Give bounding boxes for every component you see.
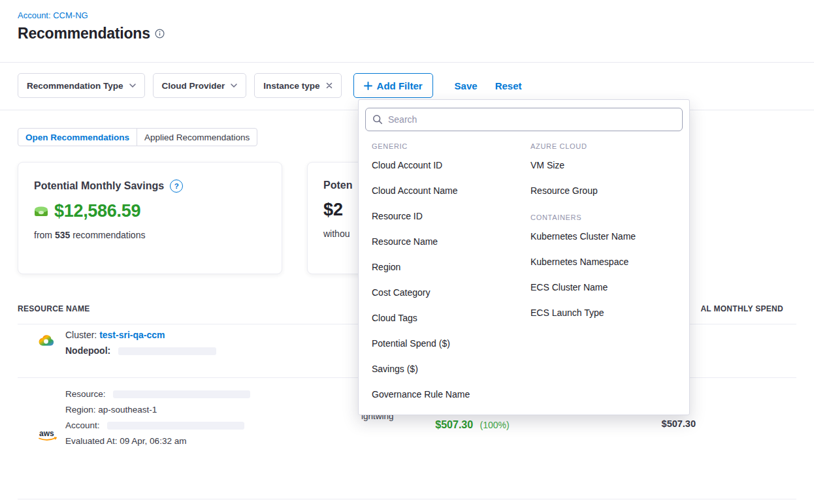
menu-item-cloud-account-name[interactable]: Cloud Account Name (372, 178, 517, 204)
reset-button[interactable]: Reset (495, 80, 522, 91)
gcp-icon (37, 333, 55, 350)
chevron-down-icon (129, 84, 136, 87)
menu-item-kubernetes-namespace[interactable]: Kubernetes Namespace (530, 249, 676, 275)
page-title: Recommendations (18, 25, 150, 42)
menu-item-cloud-account-id[interactable]: Cloud Account ID (372, 153, 517, 178)
add-filter-label: Add Filter (377, 80, 423, 91)
menu-item-ecs-launch-type[interactable]: ECS Launch Type (530, 300, 676, 326)
recommendations-tabs: Open Recommendations Applied Recommendat… (18, 128, 257, 146)
row2-resource-cell: Resource: Region: ap-southeast-1 Account… (65, 386, 250, 449)
filter-search (365, 108, 683, 131)
filter-menu-columns: GENERIC Cloud Account ID Cloud Account N… (359, 131, 689, 413)
menu-item-resource-id[interactable]: Resource ID (372, 204, 517, 229)
redacted-value (118, 347, 216, 355)
region-value: ap-southeast-1 (98, 405, 157, 415)
tab-applied-recommendations[interactable]: Applied Recommendations (137, 128, 257, 146)
filter-menu-column-generic: GENERIC Cloud Account ID Cloud Account N… (365, 133, 524, 407)
savings-count: 535 (55, 230, 70, 240)
cluster-link[interactable]: test-sri-qa-ccm (99, 330, 165, 340)
menu-item-cost-category[interactable]: Cost Category (372, 280, 517, 306)
savings-from-text: from (34, 230, 52, 240)
page-title-row: Recommendations (18, 25, 165, 42)
menu-item-potential-spend[interactable]: Potential Spend ($) (372, 331, 517, 356)
row2-savings-percent: (100%) (480, 420, 510, 430)
add-filter-button[interactable]: Add Filter (353, 73, 433, 98)
savings-card-title: Potential Monthly Savings (34, 180, 164, 192)
menu-item-ecs-cluster-name[interactable]: ECS Cluster Name (530, 275, 676, 300)
aws-icon: aws (37, 428, 58, 444)
row2-monthly-spend: $507.30 (634, 418, 696, 429)
recommendation-type-filter[interactable]: Recommendation Type (18, 73, 145, 98)
evaluated-at-value: 09 Apr, 06:32 am (120, 436, 186, 446)
menu-item-resource-name[interactable]: Resource Name (372, 229, 517, 255)
section-heading-azure-cloud: AZURE CLOUD (530, 142, 676, 150)
money-icon (34, 205, 48, 217)
menu-item-resource-group[interactable]: Resource Group (530, 178, 676, 204)
potential-monthly-savings-card: Potential Monthly Savings $12,586.59 fro… (18, 162, 282, 274)
instance-type-filter[interactable]: Instance type (254, 73, 341, 98)
filter-menu-column-cloud: AZURE CLOUD VM Size Resource Group CONTA… (524, 133, 683, 407)
savings-subtext: from 535 recommendations (34, 230, 266, 240)
breadcrumb[interactable]: Account: CCM-NG (18, 10, 88, 20)
info-icon[interactable] (155, 29, 165, 39)
region-label: Region: (65, 405, 96, 415)
plus-icon (364, 82, 372, 90)
cloud-provider-label: Cloud Provider (162, 81, 225, 91)
column-header-resource-name: RESOURCE NAME (18, 304, 90, 313)
savings-amount-row: $12,586.59 (34, 201, 266, 221)
menu-item-region[interactable]: Region (372, 255, 517, 280)
row-separator (18, 499, 796, 499)
instance-type-label: Instance type (263, 81, 319, 91)
save-button[interactable]: Save (455, 80, 478, 91)
search-input[interactable] (365, 108, 683, 131)
savings-amount: $12,586.59 (54, 201, 140, 221)
recommendations-page: Account: CCM-NG Recommendations Recommen… (0, 0, 814, 504)
section-heading-generic: GENERIC (372, 142, 517, 150)
account-label: Account: (65, 420, 100, 430)
close-icon[interactable] (326, 82, 333, 89)
redacted-value (113, 390, 250, 398)
nodepool-label: Nodepool: (65, 345, 110, 356)
add-filter-dropdown: GENERIC Cloud Account ID Cloud Account N… (358, 99, 690, 415)
row2-savings-amount: $507.30 (435, 419, 473, 430)
filter-toolbar: Recommendation Type Cloud Provider Insta… (18, 72, 521, 99)
savings-suffix-text: recommendations (73, 230, 145, 240)
savings-card-title-row: Potential Monthly Savings (34, 180, 266, 193)
divider (0, 62, 814, 63)
spend-card-title-text: Poten (323, 180, 352, 191)
resource-label: Resource: (65, 389, 106, 399)
recommendation-type-label: Recommendation Type (27, 81, 123, 91)
menu-item-vm-size[interactable]: VM Size (530, 153, 676, 178)
aws-logo-text: aws (39, 429, 54, 438)
row2-savings-cell: $507.30 (100%) (410, 419, 534, 431)
tab-open-recommendations[interactable]: Open Recommendations (18, 128, 137, 146)
column-header-monthly-spend: AL MONTHLY SPEND (700, 304, 783, 313)
row1-resource-cell: Cluster: test-sri-qa-ccm Nodepool: (65, 328, 216, 357)
cloud-provider-filter[interactable]: Cloud Provider (153, 73, 247, 98)
menu-item-kubernetes-cluster-name[interactable]: Kubernetes Cluster Name (530, 224, 676, 249)
chevron-down-icon (231, 84, 237, 87)
redacted-value (107, 422, 244, 430)
menu-item-savings[interactable]: Savings ($) (372, 356, 517, 382)
section-heading-containers: CONTAINERS (530, 213, 676, 221)
menu-item-governance-rule-name[interactable]: Governance Rule Name (372, 382, 517, 407)
evaluated-at-label: Evaluated At: (65, 436, 118, 446)
help-icon[interactable] (170, 180, 183, 193)
menu-item-cloud-tags[interactable]: Cloud Tags (372, 306, 517, 331)
cluster-label: Cluster: (65, 330, 97, 340)
